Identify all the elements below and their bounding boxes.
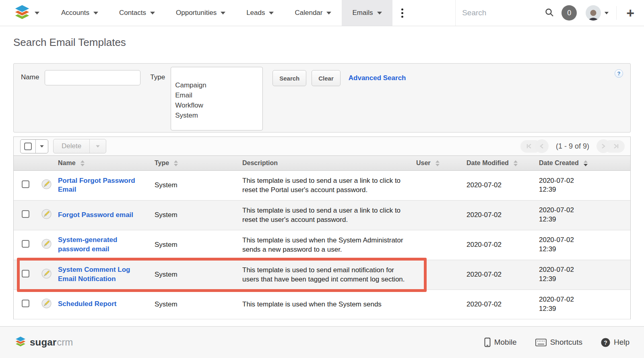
row-checkbox[interactable]: [22, 270, 29, 277]
chevron-down-icon: [269, 12, 274, 14]
top-nav: Accounts Contacts Opportunities Leads Ca…: [0, 0, 644, 26]
search-submit-button[interactable]: Search: [272, 70, 306, 86]
edit-pencil-icon[interactable]: [41, 269, 52, 281]
help-link[interactable]: ? Help: [601, 338, 630, 347]
nav-item-label: Emails: [352, 9, 373, 17]
select-menu-seg[interactable]: [35, 140, 48, 153]
type-option-campaign[interactable]: Campaign: [174, 80, 262, 90]
delete-button[interactable]: Delete: [54, 139, 89, 153]
type-option-workflow[interactable]: Workflow: [174, 100, 262, 110]
template-description: This template is used when the System se…: [242, 300, 411, 309]
name-field-label: Name: [21, 73, 39, 81]
previous-page-button[interactable]: [535, 139, 549, 153]
main-content: Search Email Templates Name Type Campaig…: [0, 36, 644, 319]
last-page-icon: [613, 143, 619, 149]
sugarcrm-cube-icon: [14, 4, 31, 22]
table-row: Forgot Password email System This templa…: [14, 201, 630, 230]
template-name-link[interactable]: System-generated password email: [58, 236, 137, 254]
sort-icon: [436, 160, 440, 166]
chevron-down-icon[interactable]: [605, 12, 609, 14]
column-header-type[interactable]: Type: [155, 159, 242, 167]
pagination-range-text: (1 - 9 of 9): [556, 142, 589, 151]
edit-pencil-icon[interactable]: [41, 179, 52, 191]
date-modified: 2020-07-02: [466, 181, 539, 189]
shortcuts-link[interactable]: Shortcuts: [535, 338, 582, 347]
brand-text-sugar: sugar: [30, 337, 56, 348]
template-type: System: [155, 181, 242, 189]
column-header-date-created[interactable]: Date Created: [539, 159, 630, 167]
delete-menu-seg[interactable]: [89, 139, 106, 153]
template-description: This template is used to send email noti…: [242, 265, 411, 284]
template-description: This template is used when the System Ad…: [242, 236, 411, 255]
chevron-down-icon: [221, 12, 225, 14]
clear-button[interactable]: Clear: [312, 70, 341, 86]
nav-item-calendar[interactable]: Calendar: [284, 0, 342, 26]
next-page-icon: [601, 143, 606, 149]
nav-item-label: Leads: [246, 9, 265, 17]
chevron-down-icon: [377, 12, 382, 14]
help-icon[interactable]: ?: [615, 69, 623, 78]
edit-pencil-icon[interactable]: [41, 298, 52, 310]
next-page-button[interactable]: [597, 139, 610, 153]
sort-icon: [514, 160, 518, 166]
template-name-link[interactable]: Portal Forgot Password Email: [58, 176, 137, 195]
column-header-date-modified[interactable]: Date Modified: [466, 159, 539, 167]
nav-item-accounts[interactable]: Accounts: [51, 0, 109, 26]
notification-count-badge[interactable]: 0: [561, 5, 577, 21]
mobile-link[interactable]: Mobile: [484, 337, 517, 347]
svg-text:?: ?: [604, 339, 607, 346]
template-description: This template is used to send a user a l…: [242, 176, 411, 195]
date-modified: 2020-07-02: [466, 271, 539, 279]
edit-pencil-icon[interactable]: [41, 209, 52, 221]
template-description: This template is used to send a user a l…: [242, 206, 411, 225]
edit-pencil-icon[interactable]: [41, 239, 52, 251]
nav-item-opportunities[interactable]: Opportunities: [165, 0, 236, 26]
footer-links: Mobile Shortcuts ? Help: [484, 337, 630, 347]
date-created: 2020-07-02 12:39: [539, 176, 589, 195]
row-checkbox[interactable]: [22, 240, 29, 248]
column-header-description[interactable]: Description: [242, 159, 416, 167]
nav-item-leads[interactable]: Leads: [236, 0, 284, 26]
type-multiselect[interactable]: Campaign Email Workflow System: [171, 67, 263, 130]
nav-item-label: Accounts: [61, 9, 89, 17]
app-logo-menu[interactable]: [0, 0, 51, 26]
date-created: 2020-07-02 12:39: [539, 236, 589, 254]
nav-more-menu[interactable]: [392, 0, 412, 26]
chevron-down-icon: [93, 12, 98, 14]
template-name-link[interactable]: Scheduled Report: [58, 300, 116, 309]
type-field-label: Type: [150, 73, 165, 81]
column-header-name[interactable]: Name: [58, 159, 155, 167]
table-row-highlighted: System Comment Log Email Notification Sy…: [14, 260, 630, 290]
page-title: Search Email Templates: [13, 36, 631, 49]
chevron-down-icon: [35, 12, 39, 14]
type-option-email[interactable]: Email: [174, 90, 262, 100]
previous-page-icon: [539, 143, 544, 149]
template-name-link[interactable]: System Comment Log Email Notification: [58, 265, 137, 284]
nav-item-label: Contacts: [119, 9, 146, 17]
pagination: (1 - 9 of 9): [520, 139, 625, 153]
plus-icon[interactable]: +: [626, 6, 634, 20]
row-checkbox[interactable]: [22, 300, 29, 307]
brand-text-crm: crm: [57, 337, 73, 348]
nav-item-contacts[interactable]: Contacts: [109, 0, 165, 26]
select-all-group: [20, 139, 48, 153]
row-checkbox[interactable]: [22, 210, 29, 218]
search-button[interactable]: [545, 8, 554, 19]
type-option-system[interactable]: System: [174, 110, 262, 120]
sugarcrm-cube-icon: [14, 336, 27, 349]
column-header-user[interactable]: User: [416, 159, 466, 167]
user-avatar[interactable]: [586, 5, 601, 21]
template-name-link[interactable]: Forgot Password email: [58, 211, 133, 220]
mobile-phone-icon: [484, 337, 491, 347]
global-search-input[interactable]: [462, 8, 545, 17]
row-checkbox[interactable]: [22, 180, 29, 188]
quick-create-wrap: +: [616, 6, 644, 20]
table-header-row: Name Type Description User Date Modified…: [14, 155, 630, 171]
select-all-checkbox-seg[interactable]: [21, 140, 35, 153]
advanced-search-link[interactable]: Advanced Search: [349, 74, 406, 82]
nav-item-emails-active[interactable]: Emails: [342, 0, 392, 26]
name-search-input[interactable]: [45, 70, 140, 85]
search-form-panel: Name Type Campaign Email Workflow System…: [13, 63, 631, 132]
keyboard-icon: [535, 339, 547, 346]
select-all-checkbox[interactable]: [24, 143, 32, 150]
